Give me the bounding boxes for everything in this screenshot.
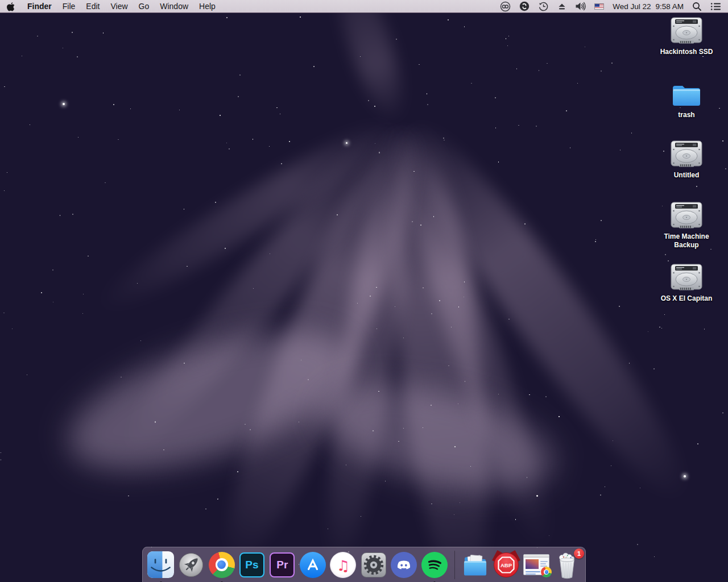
screenshot-text-line: [526, 573, 536, 575]
dock-separator: [454, 551, 455, 579]
hard-drive-icon: [669, 263, 704, 293]
desktop-icon-trash-folder[interactable]: trash: [654, 82, 719, 119]
chrome-icon: [209, 552, 235, 578]
shazam-icon[interactable]: [519, 1, 530, 11]
hard-drive-icon: [669, 16, 704, 46]
eject-icon[interactable]: [557, 2, 566, 11]
dock-item-chrome[interactable]: [208, 551, 235, 579]
itunes-note-glyph: ♫: [337, 556, 350, 573]
clock-date: Wed Jul 22: [613, 2, 651, 11]
desktop-icon-hackintosh-ssd[interactable]: Hackintosh SSD: [654, 16, 719, 56]
spotlight-icon[interactable]: [692, 2, 702, 11]
dock-item-discord[interactable]: [390, 551, 417, 579]
menu-item-window[interactable]: Window: [160, 2, 188, 11]
desktop-icon-osx-el-capitan[interactable]: OS X El Capitan: [654, 263, 719, 303]
menu-item-finder[interactable]: Finder: [27, 2, 52, 11]
volume-icon[interactable]: [575, 2, 586, 11]
dock-item-spotify[interactable]: [421, 551, 448, 579]
premiere-glyph: Pr: [276, 559, 288, 571]
screenshot-text-line: [540, 563, 546, 564]
desktop-icon-label: OS X El Capitan: [661, 294, 713, 303]
app-store-icon: [300, 552, 326, 578]
trash-badge: 1: [574, 548, 584, 559]
abp-glyph: ABP: [500, 562, 512, 568]
menu-item-help[interactable]: Help: [199, 2, 216, 11]
screenshot-window-titlebar: [524, 555, 549, 558]
finder-icon: [147, 551, 174, 578]
dock-item-launchpad[interactable]: [177, 551, 204, 579]
photoshop-glyph: Ps: [245, 559, 258, 571]
premiere-icon: Pr: [270, 552, 295, 577]
creative-cloud-icon[interactable]: [500, 1, 511, 12]
screenshot-thumbnail-icon: [523, 554, 549, 575]
hard-drive-icon: [669, 201, 704, 231]
downloads-folder-icon: [462, 553, 489, 577]
menu-item-view[interactable]: View: [110, 2, 127, 11]
time-machine-icon[interactable]: [538, 1, 549, 12]
desktop-icon-untitled[interactable]: Untitled: [654, 140, 719, 180]
launchpad-rocket-icon: [178, 552, 204, 578]
desktop-icon-time-machine-backup[interactable]: Time Machine Backup: [654, 201, 719, 250]
dock-item-premiere[interactable]: Pr: [269, 551, 296, 579]
menu-bar-clock[interactable]: Wed Jul 22 9:58 AM: [613, 2, 684, 11]
dock-item-finder[interactable]: [147, 551, 174, 579]
menu-item-file[interactable]: File: [63, 2, 76, 11]
screenshot-text-line: [540, 561, 548, 562]
menu-bar: Finder File Edit View Go Window Help: [0, 0, 728, 13]
dock-item-trash[interactable]: 1: [553, 551, 581, 579]
dock-item-app-store[interactable]: [299, 551, 326, 579]
dock-item-system-preferences[interactable]: [360, 551, 387, 579]
us-flag-input-source-icon[interactable]: [594, 3, 604, 10]
notification-center-icon[interactable]: [710, 2, 721, 11]
system-preferences-gear-icon: [361, 552, 386, 577]
clock-time: 9:58 AM: [655, 2, 684, 11]
dock-item-screenshot-file[interactable]: [523, 551, 550, 579]
starfield: [0, 0, 728, 582]
photoshop-icon: Ps: [239, 552, 264, 577]
hard-drive-icon: [669, 140, 704, 169]
folder-icon: [671, 82, 702, 109]
screenshot-photo-area: [526, 559, 539, 569]
desktop-screen: Finder File Edit View Go Window Help: [0, 0, 728, 582]
menu-item-go[interactable]: Go: [139, 2, 150, 11]
spotify-icon: [421, 552, 448, 578]
dock-item-adblock-plus[interactable]: ABP: [493, 551, 520, 579]
desktop-icon-label: Time Machine Backup: [660, 232, 713, 250]
dock-item-itunes[interactable]: ♫: [330, 551, 357, 579]
desktop-icon-label: Untitled: [674, 171, 700, 180]
trash-full-icon: 1: [553, 551, 581, 579]
adblock-plus-icon: ABP: [493, 551, 520, 579]
screenshot-text-line: [526, 571, 540, 572]
desktop-icon-label: trash: [678, 111, 694, 119]
desktop-icon-label: Hackintosh SSD: [660, 48, 713, 56]
apple-menu-icon[interactable]: [7, 2, 15, 11]
dock-item-downloads-folder[interactable]: [462, 551, 489, 579]
discord-icon: [391, 552, 417, 578]
dock-item-photoshop[interactable]: Ps: [238, 551, 265, 579]
dock: Ps Pr ♫: [142, 547, 586, 582]
menu-item-edit[interactable]: Edit: [86, 2, 100, 11]
itunes-icon: ♫: [330, 552, 356, 578]
chrome-badge-icon: [541, 567, 552, 577]
